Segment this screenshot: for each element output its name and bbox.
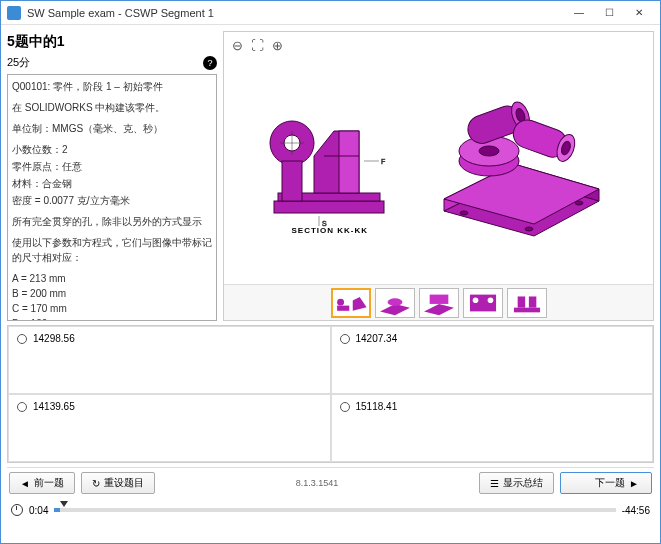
reset-button[interactable]: ↻重设题目 <box>81 472 155 494</box>
app-window: SW Sample exam - CSWP Segment 1 — ☐ ✕ 5题… <box>0 0 661 544</box>
window-title: SW Sample exam - CSWP Segment 1 <box>27 7 564 19</box>
svg-rect-0 <box>274 201 384 213</box>
clock-icon <box>11 504 23 516</box>
q-id-line: Q00101: 零件，阶段 1 – 初始零件 <box>12 79 212 94</box>
main-image-area[interactable]: F S SECTION KK-KK <box>224 32 653 284</box>
svg-point-31 <box>387 298 402 305</box>
question-panel: 5题中的1 25分 ? Q00101: 零件，阶段 1 – 初始零件 在 SOL… <box>7 31 217 321</box>
bottom-bar: ◄前一题 ↻重设题目 8.1.3.1541 ☰显示总结 下一题► <box>7 467 654 498</box>
svg-rect-38 <box>517 296 524 307</box>
svg-point-25 <box>525 227 533 231</box>
svg-point-28 <box>337 298 344 305</box>
close-button[interactable]: ✕ <box>624 3 654 23</box>
score-row: 25分 ? <box>7 53 217 74</box>
list-icon: ☰ <box>490 478 499 489</box>
app-icon <box>7 6 21 20</box>
svg-text:F: F <box>381 158 385 165</box>
q-decimals: 小数位数：2 <box>12 142 212 157</box>
q-params-intro: 使用以下参数和方程式，它们与图像中带标记的尺寸相对应： <box>12 235 212 265</box>
svg-rect-33 <box>429 294 448 303</box>
thumbnail-strip <box>224 284 653 320</box>
score-label: 25分 <box>7 55 30 70</box>
section-view: F S SECTION KK-KK <box>264 101 394 231</box>
titlebar: SW Sample exam - CSWP Segment 1 — ☐ ✕ <box>1 1 660 25</box>
thumb-5[interactable] <box>507 288 547 318</box>
thumb-2[interactable] <box>375 288 415 318</box>
svg-point-24 <box>460 211 468 215</box>
question-body[interactable]: Q00101: 零件，阶段 1 – 初始零件 在 SOLIDWORKS 中构建该… <box>7 74 217 321</box>
answers-grid: 14298.56 14207.34 14139.65 15118.41 <box>7 325 654 463</box>
q-instr1: 在 SOLIDWORKS 中构建该零件。 <box>12 100 212 115</box>
svg-marker-29 <box>352 296 366 310</box>
summary-button[interactable]: ☰显示总结 <box>479 472 554 494</box>
svg-rect-37 <box>513 307 539 312</box>
radio-icon[interactable] <box>340 334 350 344</box>
q-D: D = 130 mm <box>12 316 212 321</box>
q-origin: 零件原点：任意 <box>12 159 212 174</box>
version-label: 8.1.3.1541 <box>296 478 339 488</box>
timer-row: 0:04 -44:56 <box>7 502 654 518</box>
arrow-left-icon: ◄ <box>20 478 30 489</box>
content-area: 5题中的1 25分 ? Q00101: 零件，阶段 1 – 初始零件 在 SOL… <box>1 25 660 543</box>
answer-a[interactable]: 14298.56 <box>8 326 331 394</box>
answer-c-label: 14139.65 <box>33 401 75 412</box>
answer-d-label: 15118.41 <box>356 401 398 412</box>
svg-point-26 <box>575 201 583 205</box>
isometric-view <box>414 91 614 241</box>
q-material: 材料：合金钢 <box>12 176 212 191</box>
answer-c[interactable]: 14139.65 <box>8 394 331 462</box>
zoom-fit-icon[interactable]: ⛶ <box>248 36 266 54</box>
progress-bar[interactable] <box>54 508 615 512</box>
answer-b[interactable]: 14207.34 <box>331 326 654 394</box>
prev-button[interactable]: ◄前一题 <box>9 472 75 494</box>
q-holes: 所有完全贯穿的孔，除非以另外的方式显示 <box>12 214 212 229</box>
arrow-right-icon: ► <box>629 478 639 489</box>
image-panel: ⊖ ⛶ ⊕ <box>223 31 654 321</box>
help-icon[interactable]: ? <box>203 56 217 70</box>
upper-row: 5题中的1 25分 ? Q00101: 零件，阶段 1 – 初始零件 在 SOL… <box>7 31 654 321</box>
remaining-time: -44:56 <box>622 505 650 516</box>
svg-rect-5 <box>339 131 359 193</box>
answer-d[interactable]: 15118.41 <box>331 394 654 462</box>
zoom-out-icon[interactable]: ⊖ <box>228 36 246 54</box>
svg-rect-34 <box>469 294 495 311</box>
maximize-button[interactable]: ☐ <box>594 3 624 23</box>
radio-icon[interactable] <box>17 402 27 412</box>
q-A: A = 213 mm <box>12 271 212 286</box>
answer-a-label: 14298.56 <box>33 333 75 344</box>
radio-icon[interactable] <box>340 402 350 412</box>
q-B: B = 200 mm <box>12 286 212 301</box>
answer-b-label: 14207.34 <box>356 333 398 344</box>
svg-point-17 <box>479 146 499 156</box>
thumb-3[interactable] <box>419 288 459 318</box>
svg-point-35 <box>472 297 478 303</box>
minimize-button[interactable]: — <box>564 3 594 23</box>
zoom-in-icon[interactable]: ⊕ <box>268 36 286 54</box>
question-counter: 5题中的1 <box>7 33 65 51</box>
svg-point-36 <box>487 297 493 303</box>
svg-rect-4 <box>282 161 302 201</box>
thumb-4[interactable] <box>463 288 503 318</box>
section-label: SECTION KK-KK <box>292 226 369 235</box>
next-button[interactable]: 下一题► <box>560 472 652 494</box>
svg-rect-27 <box>337 305 349 310</box>
refresh-icon: ↻ <box>92 478 100 489</box>
elapsed-time: 0:04 <box>29 505 48 516</box>
q-units: 单位制：MMGS（毫米、克、秒） <box>12 121 212 136</box>
q-C: C = 170 mm <box>12 301 212 316</box>
zoom-controls: ⊖ ⛶ ⊕ <box>228 36 286 54</box>
radio-icon[interactable] <box>17 334 27 344</box>
thumb-1[interactable] <box>331 288 371 318</box>
q-density: 密度 = 0.0077 克/立方毫米 <box>12 193 212 208</box>
svg-marker-32 <box>424 303 454 314</box>
svg-rect-39 <box>528 296 535 307</box>
question-header: 5题中的1 <box>7 31 217 53</box>
